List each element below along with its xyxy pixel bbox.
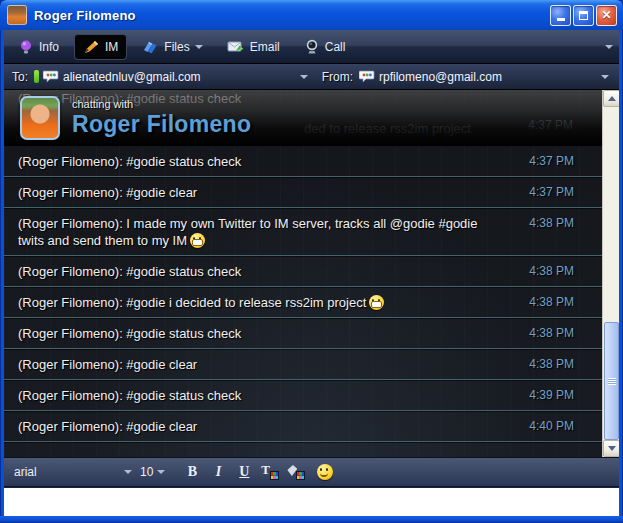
message-timestamp: 4:40 PM [529,418,574,435]
scroll-up-icon [608,96,616,101]
scroll-up-button[interactable] [603,90,619,107]
message-text: (Roger Filomeno): #godie clear [18,357,197,372]
message-text: (Roger Filomeno): #godie status check [18,326,241,341]
window-title: Roger Filomeno [34,8,550,23]
from-label: From: [322,70,353,84]
message-input[interactable] [4,487,619,516]
message-text: (Roger Filomeno): #godie i decided to re… [18,295,366,310]
format-toolbar: arial 10 B I U T [4,457,619,487]
message-timestamp: 4:37 PM [529,184,574,201]
chat-header: chatting with Roger Filomeno [4,90,602,146]
scrollbar-grip [608,378,616,385]
message-row: (Roger Filomeno): I made my own Twitter … [4,208,602,256]
color-swatch-icon [270,471,279,480]
email-label: Email [250,40,280,54]
italic-button[interactable]: I [205,464,231,480]
email-button[interactable]: Email [219,35,288,58]
to-address[interactable]: alienatednluv@gmail.com [63,70,201,84]
message-timestamp: 4:38 PM [529,263,574,280]
from-address[interactable]: rpfilomeno@gmail.com [379,70,502,84]
bold-button[interactable]: B [179,464,205,480]
message-timestamp: 4:38 PM [529,325,574,342]
close-button[interactable]: ✕ [596,5,617,26]
message-row: (Roger Filomeno): #godie status check 4:… [4,318,602,349]
maximize-button[interactable] [573,5,594,26]
message-row: (Roger Filomeno): #godie i decided to re… [4,287,602,318]
message-row: (Roger Filomeno): #godie status check 4:… [4,146,602,177]
font-family-value: arial [14,465,124,479]
window-controls: ✕ [550,5,617,26]
message-text: (Roger Filomeno): #godie status check [18,154,241,169]
main-toolbar: Info IM Files [4,30,619,64]
message-row: (Roger Filomeno): #godie clear 4:40 PM [4,411,602,442]
call-label: Call [325,40,346,54]
minimize-icon [557,18,565,21]
contact-name: Roger Filomeno [72,111,251,138]
message-timestamp: 4:38 PM [529,215,574,232]
message-timestamp: 4:37 PM [529,153,574,170]
talk-balloon-icon [43,70,59,83]
window-bottom-border [0,516,623,523]
text-color-button[interactable]: T [261,464,279,480]
to-dropdown-icon[interactable] [300,75,308,79]
chatting-with-label: chatting with [72,98,251,110]
color-swatch-icon [296,471,305,480]
window-avatar-icon[interactable] [7,5,27,25]
message-text: (Roger Filomeno): #godie status check [18,264,241,279]
call-button[interactable]: Call [296,35,354,59]
message-list: (Roger Filomeno): #godie status check 4:… [4,146,602,442]
title-bar: Roger Filomeno ✕ [0,0,623,30]
close-icon: ✕ [601,9,611,21]
talk-balloon-icon [359,70,375,83]
im-window: Roger Filomeno ✕ Info IM [0,0,623,523]
im-label: IM [105,40,118,54]
files-dropdown-icon [195,45,203,49]
size-dropdown-icon [157,470,165,474]
scroll-down-button[interactable] [603,440,619,457]
text-color-icon: T [261,462,270,478]
online-presence-indicator [34,70,39,83]
minimize-button[interactable] [550,5,571,26]
address-bar: To: alienatednluv@gmail.com From: rpfilo… [4,64,619,90]
toolbar-overflow-chevron[interactable] [605,45,613,49]
files-label: Files [164,40,189,54]
background-color-button[interactable] [287,464,305,480]
info-label: Info [39,40,59,54]
font-size-value: 10 [140,465,153,479]
message-row: (Roger Filomeno): #godie status check 4:… [4,380,602,411]
message-row: (Roger Filomeno): #godie clear 4:37 PM [4,177,602,208]
chat-scrollbar[interactable] [602,90,619,457]
contact-names: chatting with Roger Filomeno [72,98,251,138]
pencil-icon [83,39,100,55]
files-icon [142,39,159,55]
scrollbar-thumb[interactable] [604,322,619,440]
message-timestamp: 4:38 PM [529,356,574,373]
im-button[interactable]: IM [75,35,126,59]
to-label: To: [12,70,28,84]
message-row: (Roger Filomeno): #godie clear 4:38 PM [4,349,602,380]
emoticon-button[interactable] [317,464,333,480]
from-dropdown-icon[interactable] [601,75,609,79]
big-grin-emoticon [190,233,205,248]
message-timestamp: 4:39 PM [529,387,574,404]
files-button[interactable]: Files [134,35,210,59]
contact-avatar [20,96,60,140]
email-icon [227,39,245,54]
info-button[interactable]: Info [10,35,67,59]
message-text: (Roger Filomeno): I made my own Twitter … [18,216,477,248]
message-text: (Roger Filomeno): #godie clear [18,185,197,200]
message-text: (Roger Filomeno): #godie clear [18,419,197,434]
message-row: (Roger Filomeno): #godie status check 4:… [4,256,602,287]
font-family-select[interactable]: arial [14,465,132,479]
smiley-icon [317,464,333,480]
chat-history: (Roger Filomeno): #godie status check de… [4,90,619,457]
bulb-icon [18,39,34,55]
message-timestamp: 4:38 PM [529,294,574,311]
webcam-icon [304,39,320,55]
maximize-icon [579,11,588,20]
underline-button[interactable]: U [231,464,257,480]
big-grin-emoticon [369,295,384,310]
message-text: (Roger Filomeno): #godie status check [18,388,241,403]
scroll-down-icon [608,446,616,451]
font-size-select[interactable]: 10 [140,465,165,479]
